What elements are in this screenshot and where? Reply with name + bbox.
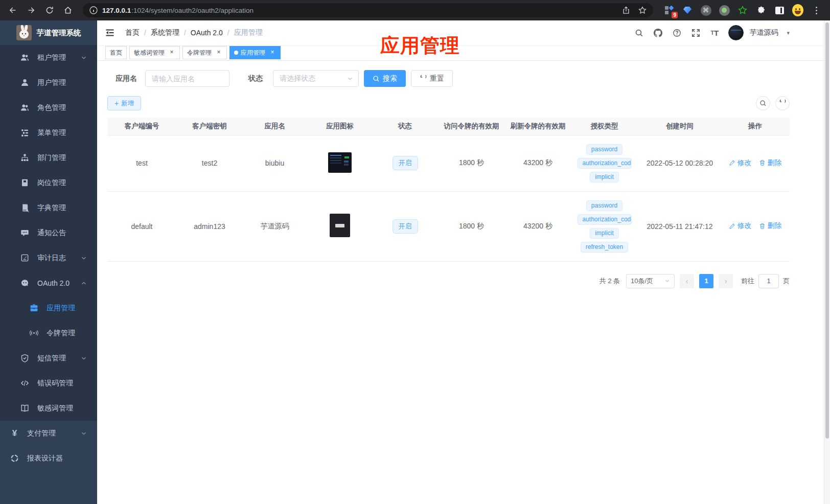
tab-应用管理[interactable]: 应用管理×	[229, 46, 281, 59]
sidebar-item-tenant[interactable]: 租户管理	[0, 45, 97, 70]
browser-forward-icon[interactable]	[24, 3, 39, 18]
sidebar-item-dict[interactable]: 字典管理	[0, 195, 97, 220]
edit-button[interactable]: 修改	[729, 221, 752, 231]
username[interactable]: 芋道源码	[749, 28, 778, 37]
delete-icon	[759, 159, 766, 166]
extension-grid-icon[interactable]: 9	[663, 5, 675, 16]
sidebar-menu: 租户管理用户管理角色管理菜单管理部门管理岗位管理字典管理通知公告审计日志OAut…	[0, 45, 97, 504]
tab-敏感词管理[interactable]: 敏感词管理×	[129, 46, 180, 59]
search-button[interactable]: 搜索	[364, 70, 406, 87]
page-number-1[interactable]: 1	[699, 274, 713, 288]
search-icon[interactable]	[634, 28, 644, 38]
sidebar-item-audit-log[interactable]: 审计日志	[0, 245, 97, 270]
sidebar-item-oauth2[interactable]: OAuth 2.0	[0, 270, 97, 295]
page-size-select[interactable]: 10条/页	[626, 274, 675, 288]
sidebar-item-sensitive-word[interactable]: 敏感词管理	[0, 396, 97, 421]
column-header: 应用名	[243, 118, 307, 135]
browser-extensions: 9 ⌘	[660, 5, 825, 16]
site-info-icon[interactable]	[89, 6, 98, 15]
app-name-cell: biubiu	[243, 135, 307, 191]
status-badge[interactable]: 开启	[393, 219, 418, 234]
table-header-row: 客户端编号客户端密钥应用名应用图标状态访问令牌的有效期刷新令牌的有效期授权类型创…	[107, 118, 790, 135]
sidebar-item-dept[interactable]: 部门管理	[0, 145, 97, 170]
browser-menu-icon[interactable]	[811, 5, 822, 16]
github-icon[interactable]	[653, 28, 663, 38]
sidebar-item-sms[interactable]: 短信管理	[0, 346, 97, 371]
edit-button[interactable]: 修改	[729, 158, 752, 168]
grant-type-tag: password	[586, 144, 622, 155]
breadcrumb-item[interactable]: OAuth 2.0	[191, 29, 223, 37]
extension-star-icon[interactable]	[737, 5, 748, 16]
search-form: 应用名 状态 请选择状态 搜索 重置	[107, 70, 790, 87]
close-icon[interactable]: ×	[269, 49, 276, 56]
extension-split-icon[interactable]	[774, 5, 785, 16]
dashboard-screenshot-thumb[interactable]	[328, 152, 352, 173]
sidebar-item-label: 支付管理	[27, 429, 56, 438]
address-bar[interactable]: 127.0.0.1:1024/system/oauth2/oauth2/appl…	[83, 3, 653, 17]
add-button[interactable]: +新增	[107, 96, 141, 110]
sidebar-item-pay[interactable]: ¥支付管理	[0, 421, 97, 446]
app-logo[interactable]: 芋道管理系统	[0, 20, 97, 45]
toggle-search-button[interactable]	[756, 96, 770, 110]
breadcrumb-item[interactable]: 首页	[125, 28, 140, 37]
profile-avatar-icon[interactable]	[792, 5, 803, 16]
sidebar-item-oauth2-token[interactable]: 令牌管理	[0, 320, 97, 346]
status-badge[interactable]: 开启	[393, 156, 418, 170]
page-content: 应用名 状态 请选择状态 搜索 重置 +新增	[97, 61, 830, 288]
scrollbar-thumb[interactable]	[825, 22, 829, 439]
refresh-table-button[interactable]	[775, 96, 790, 110]
browser-back-icon[interactable]	[5, 3, 20, 18]
dark-logo-thumb[interactable]	[330, 214, 350, 237]
sidebar-item-label: 报表设计器	[27, 454, 63, 463]
delete-button[interactable]: 删除	[759, 221, 782, 231]
user-avatar[interactable]	[728, 25, 744, 40]
close-icon[interactable]: ×	[215, 49, 222, 56]
sidebar-item-menu[interactable]: 菜单管理	[0, 120, 97, 145]
tab-label: 应用管理	[241, 47, 265, 59]
tags-view: 首页敏感词管理×令牌管理×应用管理×	[97, 45, 830, 61]
client-secret-cell: admin123	[176, 191, 243, 261]
breadcrumb-separator: /	[227, 29, 229, 37]
table-row: defaultadmin123芋道源码开启1800 秒43200 秒passwo…	[107, 191, 790, 261]
sidebar-collapse-icon[interactable]	[105, 27, 116, 38]
sidebar-item-notice[interactable]: 通知公告	[0, 220, 97, 245]
page-scrollbar[interactable]	[824, 20, 830, 504]
tab-label: 令牌管理	[187, 47, 212, 59]
extension-record-icon[interactable]	[719, 5, 730, 16]
sidebar-item-post[interactable]: 岗位管理	[0, 170, 97, 195]
share-icon[interactable]	[621, 6, 631, 15]
breadcrumb-item[interactable]: 系统管理	[151, 28, 179, 37]
extension-command-icon[interactable]: ⌘	[700, 5, 711, 16]
chevron-down-icon	[81, 55, 87, 61]
delete-button[interactable]: 删除	[759, 158, 782, 168]
sidebar-item-label: 部门管理	[37, 153, 66, 163]
extension-puzzle-icon[interactable]	[755, 5, 767, 16]
grant-types-cell: passwordauthorization_codeimplicit	[570, 135, 639, 191]
tab-首页[interactable]: 首页	[105, 46, 127, 59]
app-name-input[interactable]	[145, 70, 229, 87]
browser-home-icon[interactable]	[60, 3, 76, 18]
tab-label: 首页	[110, 47, 122, 59]
sidebar-item-error-code[interactable]: 错误码管理	[0, 371, 97, 396]
chevron-down-icon[interactable]: ▾	[787, 30, 790, 36]
next-page-button[interactable]: ›	[719, 274, 733, 288]
prev-page-button[interactable]: ‹	[680, 274, 694, 288]
users-icon	[20, 53, 29, 62]
goto-page-input[interactable]	[758, 274, 779, 288]
reset-button[interactable]: 重置	[411, 70, 453, 87]
font-size-icon[interactable]: TT	[709, 28, 720, 38]
sidebar-item-oauth2-application[interactable]: 应用管理	[0, 295, 97, 320]
chevron-up-icon	[81, 280, 87, 286]
help-icon[interactable]	[672, 28, 682, 38]
sidebar-item-user[interactable]: 用户管理	[0, 70, 97, 95]
column-header: 应用图标	[307, 118, 373, 135]
bookmark-star-icon[interactable]	[638, 6, 647, 15]
extension-gem-icon[interactable]	[682, 5, 693, 16]
status-select[interactable]: 请选择状态	[273, 70, 359, 87]
browser-reload-icon[interactable]	[42, 3, 57, 18]
sidebar-item-role[interactable]: 角色管理	[0, 95, 97, 120]
close-icon[interactable]: ×	[168, 49, 175, 56]
fullscreen-icon[interactable]	[690, 28, 701, 38]
tab-令牌管理[interactable]: 令牌管理×	[182, 46, 227, 59]
sidebar-item-report-designer[interactable]: 报表设计器	[0, 446, 97, 471]
